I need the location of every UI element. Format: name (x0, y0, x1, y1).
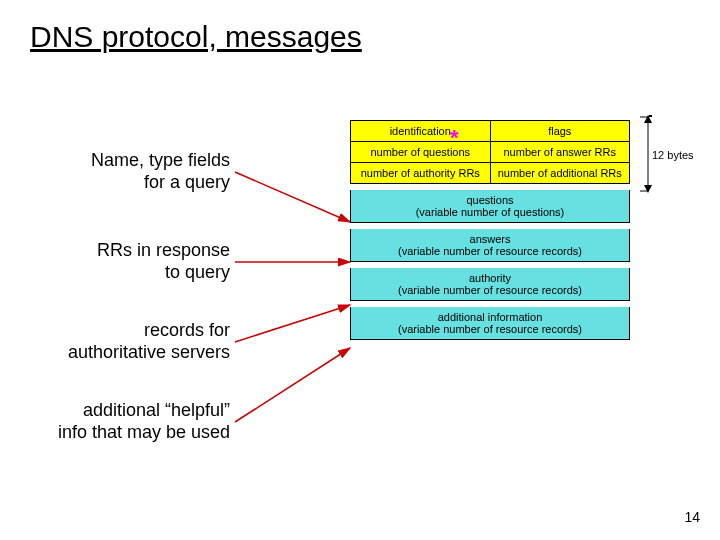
header-row-1: identification flags (350, 120, 630, 142)
svg-line-6 (235, 172, 350, 222)
section-authority: authority (variable number of resource r… (350, 268, 630, 301)
section-answers: answers (variable number of resource rec… (350, 229, 630, 262)
page-number: 14 (684, 509, 700, 525)
field-flags: flags (491, 121, 630, 141)
label-line: records for (144, 320, 230, 340)
slide-title: DNS protocol, messages (30, 20, 362, 54)
header-row-2: number of questions number of answer RRs (350, 142, 630, 163)
section-title: questions (466, 194, 513, 206)
svg-line-9 (235, 348, 350, 422)
section-cell: additional information (variable number … (351, 307, 629, 339)
svg-marker-5 (644, 185, 652, 193)
section-cell: questions (variable number of questions) (351, 190, 629, 222)
section-title: answers (470, 233, 511, 245)
label-line: for a query (144, 172, 230, 192)
section-title: additional information (438, 311, 543, 323)
section-additional: additional information (variable number … (350, 307, 630, 340)
label-additional: additional “helpful” info that may be us… (20, 400, 230, 443)
field-num-authority: number of authority RRs (351, 163, 491, 183)
section-sub: (variable number of questions) (416, 206, 565, 218)
label-line: RRs in response (97, 240, 230, 260)
label-line: to query (165, 262, 230, 282)
section-title: authority (469, 272, 511, 284)
dns-message-diagram: identification flags number of questions… (350, 120, 630, 340)
label-authority: records for authoritative servers (30, 320, 230, 363)
label-line: authoritative servers (68, 342, 230, 362)
field-num-additional: number of additional RRs (491, 163, 630, 183)
label-line: info that may be used (58, 422, 230, 442)
section-questions: questions (variable number of questions) (350, 190, 630, 223)
label-line: additional “helpful” (83, 400, 230, 420)
label-line: Name, type fields (91, 150, 230, 170)
field-num-questions: number of questions (351, 142, 491, 162)
section-cell: authority (variable number of resource r… (351, 268, 629, 300)
star-icon: * (450, 125, 459, 151)
bracket-label: 12 bytes (652, 149, 694, 161)
label-answers: RRs in response to query (30, 240, 230, 283)
field-num-answers: number of answer RRs (491, 142, 630, 162)
label-query: Name, type fields for a query (30, 150, 230, 193)
field-identification: identification (351, 121, 491, 141)
section-sub: (variable number of resource records) (398, 245, 582, 257)
section-sub: (variable number of resource records) (398, 323, 582, 335)
section-cell: answers (variable number of resource rec… (351, 229, 629, 261)
svg-line-8 (235, 305, 350, 342)
header-row-3: number of authority RRs number of additi… (350, 163, 630, 184)
section-sub: (variable number of resource records) (398, 284, 582, 296)
